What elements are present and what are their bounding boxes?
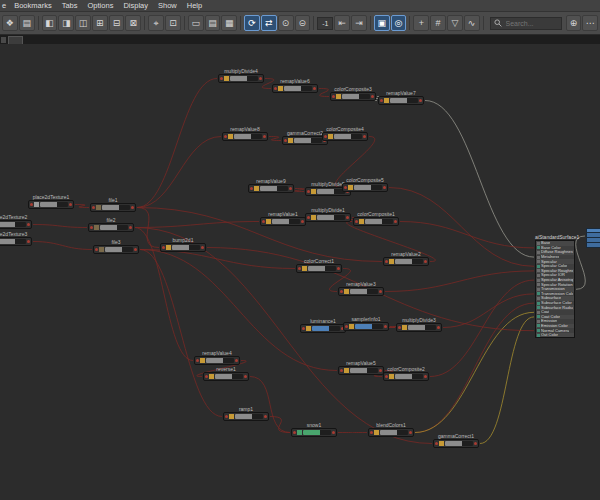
remove-from-graph-button[interactable]: ⊟ xyxy=(109,15,125,31)
node-slider[interactable] xyxy=(215,374,243,379)
output-port[interactable] xyxy=(27,223,30,226)
node-display-full-button[interactable]: ▦ xyxy=(221,15,237,31)
tab-node-editor[interactable] xyxy=(8,36,23,44)
output-port[interactable] xyxy=(337,267,340,270)
add-to-graph-button[interactable]: ⊞ xyxy=(92,15,108,31)
input-port[interactable] xyxy=(293,431,296,434)
node-slider[interactable] xyxy=(272,219,300,224)
node-file3[interactable]: file3 xyxy=(93,239,139,254)
output-port[interactable] xyxy=(129,226,132,229)
wire-reverse1-to-snow1[interactable] xyxy=(250,377,290,433)
attribute-row[interactable]: Subsurface Color xyxy=(536,301,574,306)
input-port[interactable] xyxy=(344,186,347,189)
input-port[interactable] xyxy=(324,135,327,138)
attribute-row[interactable]: Specular Anisotropy xyxy=(536,278,574,283)
node-slider[interactable] xyxy=(317,215,345,220)
pin-panel-button[interactable]: ⊕ xyxy=(566,15,582,31)
search-input[interactable] xyxy=(504,19,558,28)
node-slider[interactable] xyxy=(234,134,262,139)
wire-remapValue8-to-gammaCorrect2[interactable] xyxy=(269,137,281,141)
node-slider[interactable] xyxy=(0,222,26,227)
auto-layout-button[interactable]: ⟳ xyxy=(244,15,260,31)
node-slider[interactable] xyxy=(334,134,362,139)
output-port[interactable] xyxy=(474,442,477,445)
input-port[interactable] xyxy=(385,375,388,378)
output-port[interactable] xyxy=(363,135,366,138)
output-port[interactable] xyxy=(289,187,292,190)
node-samplerInfo1[interactable]: samplerInfo1 xyxy=(343,316,389,331)
node-slider[interactable] xyxy=(312,326,340,331)
node-multiplyDivide3[interactable]: multiplyDivide3 xyxy=(396,317,442,332)
node-blendColors1[interactable]: blendColors1 xyxy=(368,422,414,437)
attribute-row[interactable]: Normal Camera xyxy=(536,328,574,333)
input-port[interactable] xyxy=(298,267,301,270)
wire-file2-to-remapValue1[interactable] xyxy=(135,222,259,228)
input-port[interactable] xyxy=(92,206,95,209)
wire-file3-to-ramp1[interactable] xyxy=(140,250,222,417)
node-slider[interactable] xyxy=(395,259,423,264)
node-luminance1[interactable]: luminance1 xyxy=(300,318,346,333)
node-slider[interactable] xyxy=(235,414,263,419)
node-slider[interactable] xyxy=(102,205,130,210)
node-slider[interactable] xyxy=(260,186,288,191)
node-remapValue9[interactable]: remapValue9 xyxy=(248,178,294,193)
node-display-connected-button[interactable]: ▤ xyxy=(205,15,221,31)
input-port[interactable] xyxy=(398,326,401,329)
menu-help[interactable]: Help xyxy=(182,0,207,11)
wire-file1-to-remapValue8[interactable] xyxy=(137,137,221,208)
menu-show[interactable]: Show xyxy=(153,0,182,11)
toggle-shapes-button[interactable]: ◎ xyxy=(391,15,407,31)
input-port[interactable] xyxy=(225,415,228,418)
node-slider[interactable] xyxy=(308,266,336,271)
layout-grid-button[interactable]: # xyxy=(430,15,446,31)
wire-multiplyDivide3-to-aiStandardSurface1[interactable] xyxy=(443,294,534,328)
frame-selection-button[interactable]: ⊡ xyxy=(165,15,181,31)
extend-to-shapes-button[interactable]: ⇄ xyxy=(261,15,277,31)
input-port[interactable] xyxy=(196,359,199,362)
wire-place2dTexture2-to-file2[interactable] xyxy=(33,225,87,228)
menu-tabs[interactable]: Tabs xyxy=(57,0,83,11)
node-slider[interactable] xyxy=(390,98,418,103)
output-port[interactable] xyxy=(27,240,30,243)
output-port[interactable] xyxy=(201,246,204,249)
output-port[interactable] xyxy=(313,87,316,90)
node-slider[interactable] xyxy=(380,430,408,435)
toggle-swatches-button[interactable]: ▣ xyxy=(374,15,390,31)
node-colorCorrect1[interactable]: colorCorrect1 xyxy=(296,258,342,273)
output-port[interactable] xyxy=(263,135,266,138)
input-port[interactable] xyxy=(380,99,383,102)
attribute-row[interactable]: Transmission Color xyxy=(536,292,574,297)
output-port[interactable] xyxy=(134,248,137,251)
input-port[interactable] xyxy=(302,327,305,330)
output-port[interactable] xyxy=(259,77,262,80)
step-back-button[interactable]: ⇤ xyxy=(334,15,350,31)
wire-remapValue6-to-colorComposite3[interactable] xyxy=(319,89,329,97)
create-node-button[interactable]: + xyxy=(413,15,429,31)
pin-selected-button[interactable]: ⊙ xyxy=(278,15,294,31)
input-port[interactable] xyxy=(340,369,343,372)
show-inputs-button[interactable]: ◧ xyxy=(42,15,58,31)
node-slider[interactable] xyxy=(303,430,331,435)
output-port[interactable] xyxy=(419,99,422,102)
node-remapValue8[interactable]: remapValue8 xyxy=(222,126,268,141)
input-port[interactable] xyxy=(340,290,343,293)
output-port[interactable] xyxy=(383,186,386,189)
tab-corner[interactable] xyxy=(1,37,6,43)
graph-canvas[interactable]: multiplyDivide4remapValue6colorComposite… xyxy=(0,44,600,500)
node-slider[interactable] xyxy=(40,202,68,207)
node-slider[interactable] xyxy=(294,138,322,143)
input-port[interactable] xyxy=(30,203,33,206)
input-port[interactable] xyxy=(385,260,388,263)
node-slider[interactable] xyxy=(354,185,382,190)
input-port[interactable] xyxy=(370,431,373,434)
wire-remapValue9-to-multiplyDivide5[interactable] xyxy=(295,189,305,192)
attribute-row[interactable]: Diffuse Roughness xyxy=(536,250,574,255)
wire-place2dTexture1-to-file1[interactable] xyxy=(75,205,89,208)
input-port[interactable] xyxy=(205,375,208,378)
output-port[interactable] xyxy=(264,415,267,418)
input-port[interactable] xyxy=(224,135,227,138)
traversal-depth-field[interactable] xyxy=(317,17,333,30)
node-slider[interactable] xyxy=(408,325,436,330)
node-slider[interactable] xyxy=(350,368,378,373)
node-slider[interactable] xyxy=(395,374,423,379)
